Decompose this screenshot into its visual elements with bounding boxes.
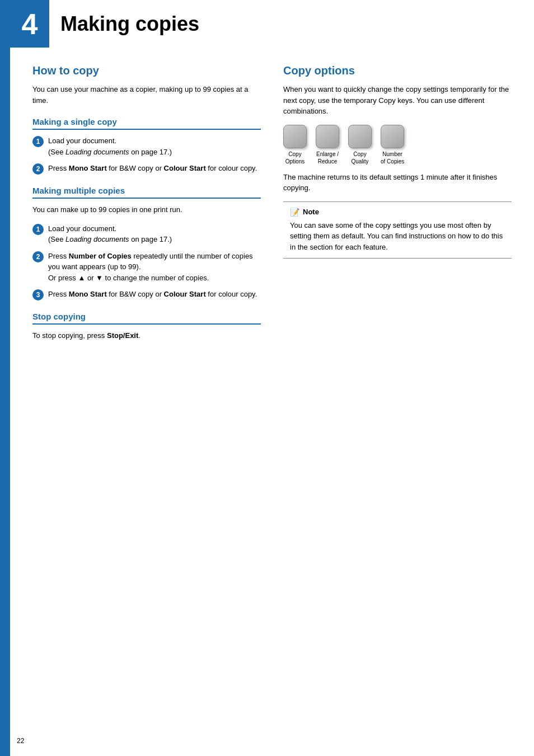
chapter-number: 4 xyxy=(22,7,38,41)
right-column: Copy options When you want to quickly ch… xyxy=(283,64,512,350)
number-of-copies-button[interactable] xyxy=(381,125,404,148)
chapter-number-box: 4 xyxy=(10,0,49,48)
chapter-header: 4 Making copies xyxy=(10,0,534,48)
copy-options-label: CopyOptions xyxy=(285,151,305,165)
step-number-1: 1 xyxy=(32,136,44,147)
left-column: How to copy You can use your machine as … xyxy=(32,64,261,350)
multiple-copies-section: Making multiple copies You can make up t… xyxy=(32,186,261,300)
chapter-title: Making copies xyxy=(60,12,199,36)
number-of-copies-key: Numberof Copies xyxy=(381,125,404,165)
note-title: Note xyxy=(303,208,319,216)
single-step-1: 1 Load your document.(See Loading docume… xyxy=(32,135,261,157)
multi-step-number-3: 3 xyxy=(32,289,44,300)
single-step-2-text: Press Mono Start for B&W copy or Colour … xyxy=(48,163,257,174)
single-copy-title: Making a single copy xyxy=(32,117,261,130)
single-step-1-text: Load your document.(See Loading document… xyxy=(48,135,172,157)
how-to-copy-title: How to copy xyxy=(32,64,261,77)
single-copy-section: Making a single copy 1 Load your documen… xyxy=(32,117,261,175)
stop-copying-text: To stop copying, press Stop/Exit. xyxy=(32,330,261,341)
single-step-2: 2 Press Mono Start for B&W copy or Colou… xyxy=(32,163,261,175)
copy-quality-button[interactable] xyxy=(348,125,372,148)
chapter-title-bg: Making copies xyxy=(49,0,534,48)
multiple-copies-intro: You can make up to 99 copies in one prin… xyxy=(32,204,261,215)
note-box: 📝 Note You can save some of the copy set… xyxy=(283,201,512,259)
stop-copying-section: Stop copying To stop copying, press Stop… xyxy=(32,312,261,341)
how-to-copy-intro: You can use your machine as a copier, ma… xyxy=(32,84,261,106)
enlarge-reduce-button[interactable] xyxy=(316,125,339,148)
after-keys-text: The machine returns to its default setti… xyxy=(283,172,512,194)
multi-step-3: 3 Press Mono Start for B&W copy or Colou… xyxy=(32,289,261,300)
copy-options-intro: When you want to quickly change the copy… xyxy=(283,84,512,117)
multi-step-2-text: Press Number of Copies repeatedly until … xyxy=(48,251,261,284)
single-copy-steps: 1 Load your document.(See Loading docume… xyxy=(32,135,261,175)
step-number-2: 2 xyxy=(32,163,44,175)
copy-options-button[interactable] xyxy=(283,125,307,148)
note-text: You can save some of the copy settings y… xyxy=(290,220,505,253)
multi-step-1: 1 Load your document.(See Loading docume… xyxy=(32,223,261,245)
copy-options-title: Copy options xyxy=(283,64,512,77)
sidebar-accent xyxy=(0,0,10,756)
note-icon: 📝 xyxy=(290,208,299,217)
copy-options-key: CopyOptions xyxy=(283,125,307,165)
multiple-copies-steps: 1 Load your document.(See Loading docume… xyxy=(32,223,261,301)
stop-copying-title: Stop copying xyxy=(32,312,261,325)
copy-keys-row: CopyOptions Enlarge /Reduce CopyQuality … xyxy=(283,125,512,165)
multiple-copies-title: Making multiple copies xyxy=(32,186,261,199)
note-header: 📝 Note xyxy=(290,208,505,217)
enlarge-reduce-label: Enlarge /Reduce xyxy=(316,151,339,165)
page-number: 22 xyxy=(17,737,24,745)
multi-step-number-2: 2 xyxy=(32,251,44,262)
multi-step-1-text: Load your document.(See Loading document… xyxy=(48,223,172,245)
multi-step-2: 2 Press Number of Copies repeatedly unti… xyxy=(32,251,261,284)
multi-step-3-text: Press Mono Start for B&W copy or Colour … xyxy=(48,289,257,300)
enlarge-reduce-key: Enlarge /Reduce xyxy=(316,125,339,165)
copy-quality-key: CopyQuality xyxy=(348,125,372,165)
copy-quality-label: CopyQuality xyxy=(351,151,368,165)
multi-step-number-1: 1 xyxy=(32,224,44,235)
number-of-copies-label: Numberof Copies xyxy=(381,151,404,165)
content-area: How to copy You can use your machine as … xyxy=(10,48,534,367)
